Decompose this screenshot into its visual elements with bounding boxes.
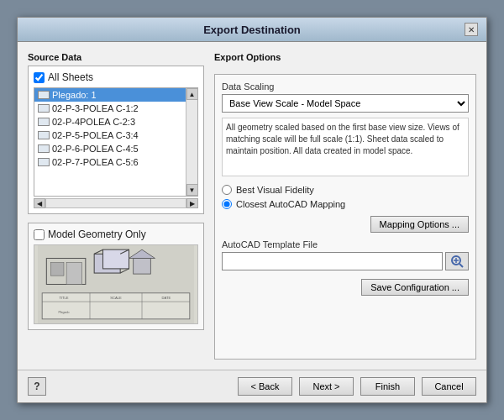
sheet-icon <box>38 118 50 126</box>
footer-right: < Back Next > Finish Cancel <box>238 377 476 396</box>
export-destination-dialog: Export Destination ✕ Source Data All She… <box>17 17 487 403</box>
dialog-title: Export Destination <box>39 24 465 36</box>
render-quality-group: Best Visual Fidelity Closest AutoCAD Map… <box>222 185 469 209</box>
closest-autocad-label: Closest AutoCAD Mapping <box>236 199 345 209</box>
data-scaling-label: Data Scaling <box>222 81 469 92</box>
list-item[interactable]: 02-P-7-POLEA C-5:6 <box>34 155 186 169</box>
preview-svg: TITLE SCALE DATE Plegado <box>34 245 197 323</box>
list-item[interactable]: 02-P-6-POLEA C-4:5 <box>34 142 186 155</box>
scaling-description: All geometry scaled based on the first b… <box>222 118 469 176</box>
closest-autocad-row: Closest AutoCAD Mapping <box>222 199 469 209</box>
export-options-label: Export Options <box>214 52 476 62</box>
sheet-icon <box>38 131 50 139</box>
svg-rect-5 <box>103 249 129 269</box>
autocad-template-section: AutoCAD Template File <box>222 239 469 270</box>
best-visual-fidelity-label: Best Visual Fidelity <box>236 185 314 195</box>
svg-text:TITLE: TITLE <box>59 296 68 300</box>
model-geometry-row: Model Geometry Only <box>34 228 198 240</box>
scaling-select[interactable]: Base View Scale - Model Space 1:1 - Mode… <box>222 94 469 113</box>
sheet-icon <box>38 144 50 153</box>
list-item[interactable]: 02-P-4POLEA C-2:3 <box>34 115 186 129</box>
mapping-btn-row: Mapping Options ... <box>222 216 469 233</box>
svg-rect-9 <box>134 259 151 275</box>
svg-rect-2 <box>51 263 65 276</box>
sheet-icon <box>38 104 50 113</box>
best-visual-fidelity-radio[interactable] <box>222 185 232 195</box>
svg-text:Plegado: Plegado <box>58 311 69 314</box>
all-sheets-label: All Sheets <box>48 71 93 83</box>
right-panel: Export Options Data Scaling Base View Sc… <box>214 52 476 360</box>
sheet-icon <box>38 158 50 166</box>
help-button[interactable]: ? <box>28 377 46 396</box>
mapping-options-button[interactable]: Mapping Options ... <box>370 216 469 233</box>
source-data-section: Source Data All Sheets Plegado: 1 <box>28 52 204 214</box>
model-geometry-label: Model Geometry Only <box>48 228 146 240</box>
title-bar: Export Destination ✕ <box>18 18 486 42</box>
model-geometry-checkbox[interactable] <box>34 229 45 240</box>
list-item[interactable]: Plegado: 1 <box>34 88 186 102</box>
sheet-icon <box>38 91 50 99</box>
source-data-box: All Sheets Plegado: 1 02-P-3-POLEA C-1:2 <box>28 66 204 214</box>
close-button[interactable]: ✕ <box>465 23 478 36</box>
scroll-up-button[interactable]: ▲ <box>186 88 198 100</box>
dialog-footer: ? < Back Next > Finish Cancel <box>18 370 486 402</box>
drawing-preview: TITLE SCALE DATE Plegado <box>34 244 198 324</box>
left-panel: Source Data All Sheets Plegado: 1 <box>28 52 204 360</box>
save-config-row: Save Configuration ... <box>222 279 469 296</box>
closest-autocad-radio[interactable] <box>222 199 232 209</box>
list-item[interactable]: 02-P-3-POLEA C-1:2 <box>34 102 186 115</box>
sheets-list[interactable]: Plegado: 1 02-P-3-POLEA C-1:2 02-P-4POLE… <box>34 87 198 197</box>
svg-text:SCALE: SCALE <box>110 296 122 300</box>
all-sheets-checkbox[interactable] <box>34 72 45 83</box>
scroll-left-button[interactable]: ◀ <box>34 198 45 208</box>
list-scrollbar[interactable]: ▲ ▼ <box>186 88 197 196</box>
source-data-label: Source Data <box>28 52 204 62</box>
footer-left: ? <box>28 377 46 396</box>
finish-button[interactable]: Finish <box>360 377 415 396</box>
back-button[interactable]: < Back <box>238 377 292 396</box>
svg-line-20 <box>459 264 463 267</box>
scroll-track <box>186 100 197 184</box>
model-geometry-section: Model Geometry Only <box>28 223 204 330</box>
dialog-body: Source Data All Sheets Plegado: 1 <box>18 42 486 370</box>
scroll-right-button[interactable]: ▶ <box>186 198 198 208</box>
template-label: AutoCAD Template File <box>222 239 469 249</box>
best-visual-fidelity-row: Best Visual Fidelity <box>222 185 469 195</box>
list-item[interactable]: 02-P-5-POLEA C-3:4 <box>34 129 186 142</box>
export-options-box: Data Scaling Base View Scale - Model Spa… <box>214 74 476 360</box>
cancel-button[interactable]: Cancel <box>422 377 476 396</box>
template-file-input[interactable] <box>222 252 443 270</box>
scroll-down-button[interactable]: ▼ <box>186 184 198 196</box>
template-browse-button[interactable] <box>445 252 469 270</box>
all-sheets-row: All Sheets <box>34 71 198 83</box>
template-input-row <box>222 252 469 270</box>
next-button[interactable]: Next > <box>299 377 354 396</box>
browse-icon <box>449 254 465 269</box>
svg-text:DATE: DATE <box>162 296 171 300</box>
save-configuration-button[interactable]: Save Configuration ... <box>361 279 469 296</box>
svg-rect-3 <box>66 263 82 285</box>
